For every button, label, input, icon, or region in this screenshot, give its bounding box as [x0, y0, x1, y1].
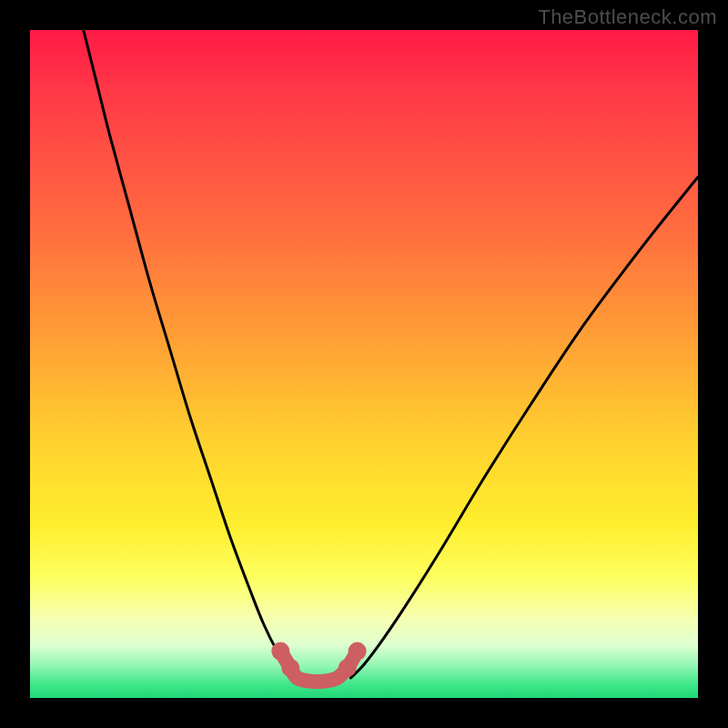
trough-marker-dot	[349, 642, 367, 661]
left-curve-path	[84, 30, 298, 678]
trough-marker-dot	[339, 659, 357, 677]
plot-area	[30, 30, 698, 698]
chart-frame: TheBottleneck.com	[0, 0, 728, 728]
trough-marker-dot	[271, 642, 289, 661]
trough-marker-dot	[281, 659, 299, 677]
curve-layer	[30, 30, 698, 698]
right-curve-path	[350, 177, 698, 678]
watermark-text: TheBottleneck.com	[538, 5, 717, 29]
